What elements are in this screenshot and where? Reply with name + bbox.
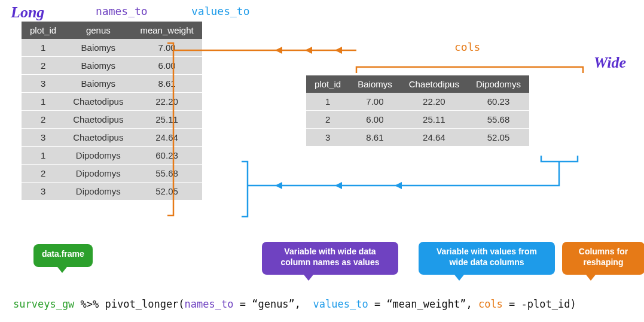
- svg-marker-4: [335, 182, 342, 189]
- long-th-genus: genus: [65, 22, 132, 39]
- code-eq3: = -plot_id): [503, 298, 576, 310]
- values-to-label: values_to: [191, 5, 250, 17]
- table-row: 3Baiomys8.61: [22, 75, 202, 93]
- code-line: surveys_gw %>% pivot_longer(names_to = “…: [13, 298, 632, 310]
- wide-th-plot-id: plot_id: [306, 75, 349, 93]
- svg-marker-0: [275, 47, 282, 54]
- table-row: 38.6124.6452.05: [306, 129, 529, 147]
- table-row: 1Baiomys7.00: [22, 39, 202, 57]
- long-title: Long: [11, 4, 44, 22]
- code-cols-kw: cols: [478, 298, 503, 310]
- code-eq2: = “mean_weight”,: [368, 298, 478, 310]
- annotation-names-to: Variable with wide data column names as …: [262, 242, 398, 275]
- table-row: 3Chaetodipus24.64: [22, 129, 202, 147]
- svg-marker-2: [335, 47, 342, 54]
- wide-title: Wide: [594, 54, 626, 72]
- code-eq1: = “genus”,: [233, 298, 313, 310]
- code-pipe: %>% pivot_longer(: [74, 298, 184, 310]
- long-th-plot-id: plot_id: [22, 22, 65, 39]
- code-values-kw: values_to: [313, 298, 368, 310]
- long-table: plot_id genus mean_weight 1Baiomys7.00 2…: [22, 22, 202, 201]
- wide-th-baiomys: Baiomys: [349, 75, 401, 93]
- annotation-cols: Columns for reshaping: [562, 242, 644, 275]
- svg-marker-3: [275, 182, 282, 189]
- cols-label: cols: [454, 41, 480, 53]
- table-row: 3Dipodomys52.05: [22, 183, 202, 201]
- svg-marker-5: [395, 182, 402, 189]
- table-row: 2Chaetodipus25.11: [22, 111, 202, 129]
- wide-th-dipodomys: Dipodomys: [468, 75, 529, 93]
- table-row: 17.0022.2060.23: [306, 93, 529, 111]
- table-row: 1Dipodomys60.23: [22, 147, 202, 165]
- code-names-kw: names_to: [185, 298, 234, 310]
- annotation-data-frame: data.frame: [33, 244, 93, 267]
- table-row: 2Dipodomys55.68: [22, 165, 202, 183]
- table-row: 2Baiomys6.00: [22, 57, 202, 75]
- table-row: 26.0025.1155.68: [306, 111, 529, 129]
- svg-marker-1: [305, 47, 312, 54]
- table-row: 1Chaetodipus22.20: [22, 93, 202, 111]
- wide-table: plot_id Baiomys Chaetodipus Dipodomys 17…: [306, 75, 529, 147]
- annotation-values-to: Variable with values from wide data colu…: [419, 242, 555, 275]
- names-to-label: names_to: [96, 5, 148, 17]
- long-th-mean-weight: mean_weight: [132, 22, 202, 39]
- wide-th-chaetodipus: Chaetodipus: [401, 75, 468, 93]
- code-df: surveys_gw: [13, 298, 74, 310]
